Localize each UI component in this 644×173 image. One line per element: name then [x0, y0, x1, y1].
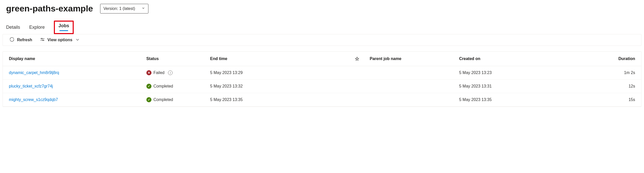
table-row: mighty_screw_s1cz9qdqb7✓Completed5 May 2…	[3, 93, 641, 107]
success-icon: ✓	[146, 84, 151, 89]
tab-jobs-highlight: Jobs	[54, 21, 74, 34]
status-text: Completed	[154, 97, 173, 102]
created-on-cell: 5 May 2023 13:31	[456, 80, 590, 93]
col-status[interactable]: Status	[143, 52, 207, 66]
status-text: Completed	[154, 84, 173, 89]
parent-job-cell	[367, 66, 456, 80]
end-time-cell: 5 May 2023 13:29	[207, 66, 348, 80]
duration-cell: 1m 2s	[590, 66, 641, 80]
parent-job-cell	[367, 93, 456, 107]
col-duration[interactable]: Duration	[590, 52, 641, 66]
table-header-row: Display name Status End time ☆ Parent jo…	[3, 52, 641, 66]
job-link[interactable]: dynamic_carpet_hm8r9lj8rq	[9, 70, 59, 75]
success-icon: ✓	[146, 97, 151, 102]
view-options-label: View options	[48, 38, 72, 42]
status-cell: ✓Completed	[146, 97, 204, 102]
refresh-button[interactable]: Refresh	[9, 37, 32, 43]
duration-cell: 12s	[590, 80, 641, 93]
status-cell: ✕Failedi	[146, 70, 204, 75]
end-time-cell: 5 May 2023 13:35	[207, 93, 348, 107]
error-icon: ✕	[146, 70, 151, 75]
status-text: Failed	[154, 70, 165, 75]
toolbar: Refresh View options	[3, 34, 641, 46]
sliders-icon	[40, 37, 45, 43]
star-cell[interactable]	[347, 80, 366, 93]
created-on-cell: 5 May 2023 13:35	[456, 93, 590, 107]
star-cell[interactable]	[347, 93, 366, 107]
col-star[interactable]: ☆	[347, 52, 366, 66]
tab-details[interactable]: Details	[6, 23, 20, 34]
chevron-down-icon	[75, 37, 80, 43]
col-parent-job[interactable]: Parent job name	[367, 52, 456, 66]
refresh-icon	[9, 37, 14, 43]
parent-job-cell	[367, 80, 456, 93]
table-row: dynamic_carpet_hm8r9lj8rq✕Failedi5 May 2…	[3, 66, 641, 80]
svg-point-1	[41, 38, 42, 39]
tab-explore[interactable]: Explore	[29, 23, 45, 34]
info-icon[interactable]: i	[168, 70, 173, 75]
col-display-name[interactable]: Display name	[3, 52, 143, 66]
jobs-table: Display name Status End time ☆ Parent jo…	[3, 51, 641, 107]
col-created-on[interactable]: Created on	[456, 52, 590, 66]
duration-cell: 15s	[590, 93, 641, 107]
page-title: green-paths-example	[6, 4, 93, 13]
chevron-down-icon	[142, 6, 145, 11]
job-link[interactable]: mighty_screw_s1cz9qdqb7	[9, 97, 58, 102]
star-cell[interactable]	[347, 66, 366, 80]
status-cell: ✓Completed	[146, 84, 204, 89]
created-on-cell: 5 May 2023 13:23	[456, 66, 590, 80]
col-end-time[interactable]: End time	[207, 52, 348, 66]
tab-jobs[interactable]: Jobs	[58, 23, 69, 31]
tabs: Details Explore Jobs	[0, 16, 644, 34]
version-selector-label: Version: 1 (latest)	[103, 6, 135, 11]
page-header: green-paths-example Version: 1 (latest)	[0, 0, 644, 16]
refresh-label: Refresh	[17, 38, 32, 42]
star-icon: ☆	[355, 56, 359, 62]
end-time-cell: 5 May 2023 13:32	[207, 80, 348, 93]
view-options-button[interactable]: View options	[40, 37, 80, 43]
job-link[interactable]: plucky_ticket_xcfz7gr74j	[9, 84, 53, 88]
table-row: plucky_ticket_xcfz7gr74j✓Completed5 May …	[3, 80, 641, 93]
svg-point-3	[42, 40, 43, 41]
version-selector[interactable]: Version: 1 (latest)	[100, 4, 148, 13]
